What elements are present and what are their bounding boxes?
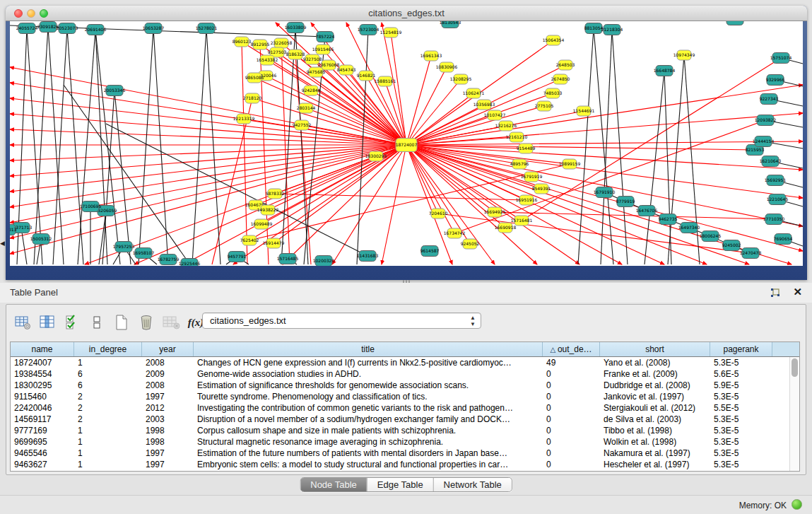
column-header-label: pagerank [723,344,758,354]
table-row[interactable]: 946554611997Estimation of the future num… [11,448,799,459]
citation-edge-black[interactable] [578,28,594,264]
scrollbar-thumb[interactable] [792,358,798,377]
graph-node-label: 5878332 [266,191,285,196]
tab-node-table[interactable]: Node Table [300,478,367,491]
cell-year: 2008 [142,357,194,368]
show-columns-icon[interactable] [38,313,57,332]
citation-edge-red[interactable] [10,67,406,145]
create-table-icon[interactable] [112,313,131,332]
float-panel-icon[interactable] [770,287,781,298]
column-header-year[interactable]: year [142,342,194,356]
cell-name: 18300295 [11,380,74,391]
column-header-title[interactable]: title [194,342,543,356]
column-header-short[interactable]: short [600,342,710,356]
cell-in_degree: 6 [74,380,142,391]
table-row[interactable]: 911546021997Tourette syndrome. Phenomeno… [11,391,799,402]
citation-edge-black[interactable] [192,28,206,264]
cell-name: 18724007 [11,357,74,368]
dropdown-arrows-icon: ▲▼ [470,315,476,327]
table-selector-dropdown[interactable]: citations_edges.txt ▲▼ [202,313,481,329]
table-row[interactable]: 1938455462009Genome-wide association stu… [11,368,799,380]
citation-edge-red[interactable] [406,145,755,150]
citation-edge-black[interactable] [668,55,684,264]
citation-edge-red[interactable] [10,145,406,254]
citation-edge-black[interactable] [206,28,220,264]
citation-edge-red[interactable] [406,113,803,145]
table-row[interactable]: 1830029562008Estimation of significance … [11,380,799,391]
select-columns-icon[interactable] [63,313,81,332]
table-row[interactable]: 1456911722003Disruption of a novel membe… [11,414,799,425]
table-row[interactable]: 1872400712008Changes of HCN gene express… [11,357,799,368]
citation-edge-black[interactable] [67,28,83,264]
graph-node-label: 16099489 [251,221,273,226]
graph-node-label: 9475685 [307,69,326,74]
network-canvas[interactable]: 1872400789601238912955232260589127503165… [10,21,803,266]
citation-edge-red[interactable] [275,194,526,200]
citation-edge-black[interactable] [34,27,48,264]
graph-node-label: 15694925 [484,209,506,214]
citation-edge-black[interactable] [78,30,95,264]
citation-edge-red[interactable] [332,145,406,264]
citation-edge-black[interactable] [153,28,168,264]
cell-title: Structural magnetic resonance image aver… [194,436,543,448]
table-row[interactable]: 946362711997Embryonic stem cells: a mode… [11,459,799,470]
graph-node-label: 10974349 [673,52,695,57]
citation-edge-red[interactable] [281,43,290,264]
citation-edge-red[interactable] [275,145,406,194]
close-panel-icon[interactable]: ✕ [793,286,802,298]
citation-edge-black[interactable] [99,211,106,264]
citation-edge-black[interactable] [612,30,628,264]
graph-node-label: 8215953 [746,147,765,152]
network-graph[interactable]: 1872400789601238912955232260589127503165… [10,21,803,266]
column-header-in_degree[interactable]: in_degree [74,342,142,356]
table-row[interactable]: 2242004622012Investigating the contribut… [11,402,799,414]
citation-edge-red[interactable] [406,93,473,145]
table-row[interactable]: 969969511998Structural magnetic resonanc… [11,436,799,448]
cell-title: Corpus callosum shape and size in male p… [194,425,543,436]
citation-edge-red[interactable] [10,145,406,223]
delete-columns-icon[interactable] [137,313,155,332]
table-panel-body: f(x) citations_edges.txt ▲▼ namein_degre… [6,304,806,475]
column-header-name[interactable]: name [11,342,74,356]
citation-edge-red[interactable] [406,56,431,145]
citation-edge-red[interactable] [10,98,406,145]
cell-in_degree: 2 [74,402,142,414]
table-mode-icon[interactable] [13,313,32,332]
citation-edge-red[interactable] [10,145,406,207]
tab-edge-table[interactable]: Edge Table [367,478,433,491]
row-height-icon[interactable] [88,313,106,332]
graph-node-label: 16210643 [760,158,782,163]
column-header-pagerank[interactable]: pagerank [710,342,772,356]
citation-edge-red[interactable] [10,145,406,160]
citation-edge-red[interactable] [382,145,406,264]
graph-node-label: 12161210 [506,134,528,139]
cell-pagerank: 5.3E-5 [710,425,772,436]
citation-edge-red[interactable] [495,212,774,219]
graph-node-label: 18300295 [365,153,387,158]
citation-edge-red[interactable] [406,141,803,145]
graph-node-label: 7204610 [429,211,448,216]
memory-ok-indicator[interactable] [792,499,802,510]
graph-node-label: 9119013 [10,227,17,232]
table-toolbar: f(x) [13,310,211,334]
graph-node-label: 23676068 [318,62,340,67]
citation-edge-red[interactable] [10,129,406,145]
citation-edge-black[interactable] [645,71,664,264]
citation-edge-red[interactable] [283,145,406,264]
citation-edge-red[interactable] [311,90,406,145]
graph-node-label: 12470478 [740,250,762,255]
table-vertical-scrollbar[interactable] [789,357,799,471]
citation-edge-black[interactable] [53,28,67,264]
graph-node-label: 15751074 [770,55,792,60]
citation-edge-black[interactable] [95,30,107,264]
tab-network-table[interactable]: Network Table [433,478,512,491]
collapse-panel-arrow[interactable]: ◀ [0,240,5,247]
graph-node-label: 11254819 [380,30,402,35]
citation-edge-red[interactable] [10,145,406,238]
table-row[interactable]: 977716911998Corpus callosum shape and si… [11,425,799,436]
graph-node-label: 9865086 [245,75,264,80]
graph-node-label: 16648784 [654,68,676,73]
window-titlebar[interactable]: citations_edges.txt [6,6,807,21]
column-header-out_degree[interactable]: △ out_de… [543,342,600,356]
table-body[interactable]: 1872400712008Changes of HCN gene express… [11,357,799,470]
